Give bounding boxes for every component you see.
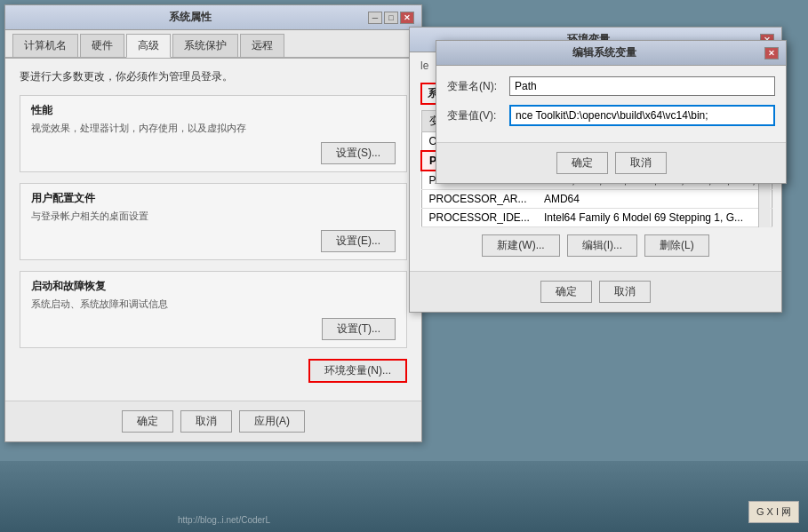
user-profile-settings-button[interactable]: 设置(E)... (321, 230, 396, 252)
table-row[interactable]: PROCESSOR_AR... AMD64 (421, 190, 772, 209)
edit-sys-var-dialog: 编辑系统变量 ✕ 变量名(N): 变量值(V): 确定 取消 (436, 40, 787, 184)
performance-desc: 视觉效果，处理器计划，内存使用，以及虚拟内存 (31, 122, 396, 135)
performance-title: 性能 (31, 103, 396, 118)
performance-settings-button[interactable]: 设置(S)... (321, 142, 396, 164)
minimize-button[interactable]: ─ (368, 12, 382, 24)
var-value-input[interactable] (509, 105, 775, 126)
gxi-label: G X I 网 (756, 506, 791, 517)
edit-dialog-footer: 确定 取消 (436, 142, 786, 183)
close-button[interactable]: ✕ (400, 12, 414, 24)
env-action-buttons: 新建(W)... 编辑(I)... 删除(L) (420, 227, 771, 264)
delete-var-button[interactable]: 删除(L) (644, 234, 709, 257)
background-watermark: http://blog..i.net/CoderL (0, 461, 808, 532)
startup-recovery-section: 启动和故障恢复 系统启动、系统故障和调试信息 设置(T)... (20, 271, 407, 348)
tab-hardware[interactable]: 硬件 (80, 34, 124, 57)
user-profile-section: 用户配置文件 与登录帐户相关的桌面设置 设置(E)... (20, 183, 407, 260)
edit-dialog-close-button[interactable]: ✕ (764, 47, 779, 60)
sys-ok-button[interactable]: 确定 (122, 410, 173, 433)
env-ok-button[interactable]: 确定 (540, 281, 592, 303)
user-profile-title: 用户配置文件 (31, 191, 396, 206)
sys-props-content: 要进行大多数更改，你必须作为管理员登录。 性能 视觉效果，处理器计划，内存使用，… (5, 59, 421, 401)
startup-recovery-settings-button[interactable]: 设置(T)... (322, 318, 396, 340)
user-profile-desc: 与登录帐户相关的桌面设置 (31, 210, 396, 223)
var-name-row: 变量名(N): (436, 76, 786, 96)
maximize-button[interactable]: □ (384, 12, 398, 24)
tab-computer-name[interactable]: 计算机名 (12, 34, 78, 57)
edit-dialog-controls: ✕ (764, 47, 779, 60)
tab-system-protection[interactable]: 系统保护 (172, 34, 238, 57)
tab-bar: 计算机名 硬件 高级 系统保护 远程 (5, 30, 421, 59)
table-row[interactable]: PROCESSOR_IDE... Intel64 Family 6 Model … (421, 209, 772, 227)
info-text: 要进行大多数更改，你必须作为管理员登录。 (20, 69, 407, 84)
var-proc-ar-name: PROCESSOR_AR... (421, 190, 537, 209)
new-var-button[interactable]: 新建(W)... (482, 234, 559, 257)
var-proc-id-value: Intel64 Family 6 Model 69 Stepping 1, G.… (537, 209, 772, 227)
var-value-label: 变量值(V): (447, 108, 509, 123)
var-name-label: 变量名(N): (447, 79, 509, 94)
watermark-url: http://blog..i.net/CoderL (178, 515, 270, 525)
sys-props-footer: 确定 取消 应用(A) (5, 401, 421, 441)
window-controls: ─ □ ✕ (368, 12, 414, 24)
startup-recovery-title: 启动和故障恢复 (31, 279, 396, 294)
system-properties-window: 系统属性 ─ □ ✕ 计算机名 硬件 高级 系统保护 远程 要进行大多数更改，你… (4, 4, 422, 442)
sys-props-titlebar: 系统属性 ─ □ ✕ (5, 5, 421, 30)
var-value-row: 变量值(V): (436, 105, 786, 126)
sys-cancel-button[interactable]: 取消 (180, 410, 232, 433)
edit-ok-button[interactable]: 确定 (556, 152, 608, 174)
startup-recovery-desc: 系统启动、系统故障和调试信息 (31, 298, 396, 311)
performance-section: 性能 视觉效果，处理器计划，内存使用，以及虚拟内存 设置(S)... (20, 95, 407, 172)
var-proc-id-name: PROCESSOR_IDE... (421, 209, 537, 227)
edit-var-button[interactable]: 编辑(I)... (567, 234, 637, 257)
var-name-input[interactable] (509, 76, 775, 96)
sys-props-title: 系统属性 (12, 10, 368, 25)
edit-dialog-titlebar: 编辑系统变量 ✕ (436, 41, 786, 66)
tab-remote[interactable]: 远程 (240, 34, 284, 57)
env-variables-button[interactable]: 环境变量(N)... (308, 359, 407, 383)
edit-cancel-button[interactable]: 取消 (615, 152, 667, 174)
edit-form: 变量名(N): 变量值(V): (436, 66, 786, 142)
gxi-badge: G X I 网 (748, 501, 799, 523)
edit-dialog-title: 编辑系统变量 (444, 45, 764, 60)
env-footer: 确定 取消 (410, 271, 781, 312)
var-proc-ar-value: AMD64 (537, 190, 772, 209)
sys-apply-button[interactable]: 应用(A) (239, 410, 305, 433)
env-cancel-button[interactable]: 取消 (599, 281, 651, 303)
tab-advanced[interactable]: 高级 (126, 34, 171, 58)
